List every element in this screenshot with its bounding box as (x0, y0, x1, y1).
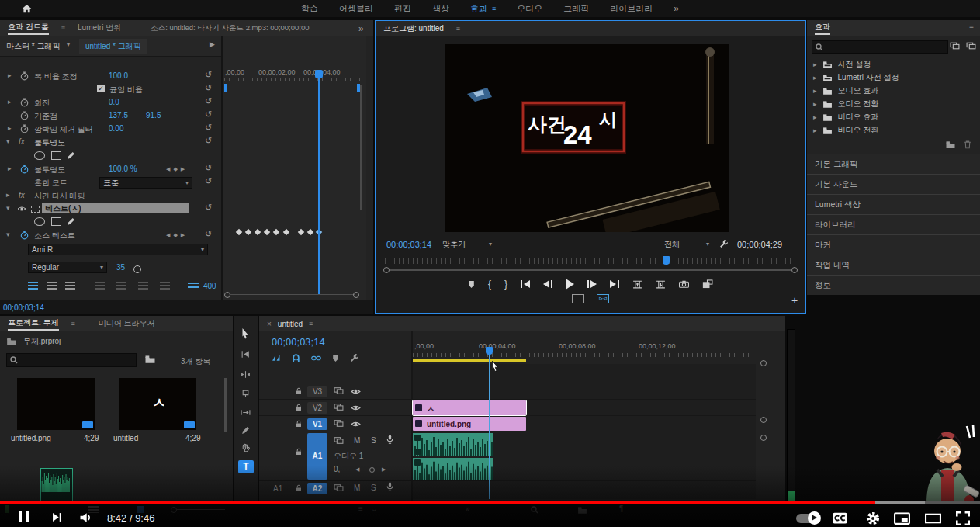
tab-overflow-icon[interactable]: » (358, 23, 364, 34)
settings-gear-button[interactable] (866, 511, 880, 525)
param-value-x[interactable]: 137.5 (109, 111, 128, 120)
tab-effects[interactable]: 효과 (815, 22, 830, 35)
add-marker-icon[interactable] (468, 280, 475, 289)
work-area-start-handle[interactable] (224, 84, 227, 92)
twirl-icon[interactable]: ▸ (6, 191, 10, 199)
mark-in-button[interactable]: { (488, 279, 491, 290)
work-area-bar[interactable] (413, 359, 526, 362)
effects-search-input[interactable] (812, 40, 948, 54)
reset-icon[interactable]: ↺ (205, 176, 212, 186)
timeline-playhead-handle[interactable] (486, 347, 493, 355)
reset-icon[interactable]: ↺ (205, 229, 212, 239)
reset-icon[interactable]: ↺ (205, 123, 212, 133)
master-clip-label[interactable]: 마스터 * 그래픽 (6, 41, 60, 52)
timeline-view-toggle-icon[interactable]: ▶ (210, 40, 215, 48)
blend-mode-dropdown[interactable]: 표준 ▾ (99, 177, 192, 189)
twirl-icon[interactable]: ▾ (6, 137, 10, 145)
selection-tool-icon[interactable] (241, 328, 249, 339)
panel-header-essential-sound[interactable]: 기본 사운드 (807, 174, 980, 194)
export-frame-icon[interactable] (679, 280, 689, 288)
twirl-icon[interactable]: ▸ (8, 98, 12, 106)
tracking-value[interactable]: 400 (203, 282, 216, 290)
clip-v2-graphic[interactable]: ㅅ (413, 400, 526, 415)
zoom-handle-left[interactable] (383, 267, 390, 273)
eye-icon[interactable] (351, 404, 361, 411)
go-to-in-button[interactable] (521, 280, 530, 288)
effect-name[interactable]: 불투명도 (34, 137, 65, 148)
param-value-y[interactable]: 91.5 (146, 111, 161, 120)
scroll-handle[interactable] (760, 417, 767, 423)
theater-mode-button[interactable] (925, 512, 941, 525)
sync-lock-icon[interactable] (334, 419, 344, 428)
keyframe-diamond[interactable] (255, 229, 261, 235)
workspace-tab-effects[interactable]: 효과 (470, 3, 487, 15)
trash-icon[interactable] (964, 140, 971, 149)
timeline-settings-wrench-icon[interactable] (350, 353, 359, 362)
program-timecode[interactable]: 00;00;03;14 (386, 240, 431, 249)
bin-row-presets[interactable]: ▸ 사전 설정 (813, 59, 871, 70)
rect-mask-icon[interactable] (51, 217, 61, 226)
reset-icon[interactable]: ↺ (205, 203, 212, 213)
pause-button[interactable] (19, 511, 29, 524)
twirl-icon[interactable]: ▸ (8, 71, 12, 79)
track-target-v1[interactable]: V1 (307, 418, 327, 430)
twirl-icon[interactable]: ▸ (813, 100, 817, 108)
solo-button[interactable]: S (371, 436, 376, 445)
comparison-view-icon[interactable] (702, 279, 713, 289)
track-name-label[interactable]: 오디오 1 (334, 451, 363, 462)
param-value[interactable]: 100.0 % (109, 165, 137, 173)
font-size-slider-track[interactable] (141, 269, 199, 269)
rect-mask-icon[interactable] (51, 151, 61, 160)
bin-row-lumetri-presets[interactable]: ▸ Lumetri 사전 설정 (813, 72, 899, 83)
mark-out-button[interactable]: } (504, 279, 507, 290)
fit-dropdown[interactable]: 맞추기 ▾ (439, 238, 495, 250)
vertical-scrollbar[interactable] (224, 378, 227, 432)
stopwatch-icon[interactable] (20, 165, 29, 174)
eye-icon[interactable] (17, 206, 26, 212)
param-value[interactable]: 0.00 (109, 124, 123, 133)
tracking-icon[interactable] (188, 283, 199, 290)
keyframe-diamond[interactable] (307, 229, 313, 235)
workspace-tab-learning[interactable]: 학습 (301, 3, 318, 15)
panel-menu-icon[interactable]: ≡ (61, 24, 65, 32)
folder-icon[interactable] (144, 355, 156, 364)
tab-source-monitor[interactable]: 소스: untitled: 타자기 사운드 2.mp3: 00;00;00;00 (151, 23, 309, 33)
autoplay-toggle[interactable] (796, 514, 819, 523)
sync-lock-icon[interactable] (334, 403, 344, 411)
subtitles-button[interactable] (832, 512, 848, 524)
safe-margins-icon[interactable] (572, 294, 584, 303)
tab-lumetri-scopes[interactable]: Lumetri 범위 (78, 23, 121, 33)
miniplayer-button[interactable] (894, 512, 910, 525)
reset-icon[interactable]: ↺ (205, 83, 212, 93)
scroll-handle[interactable] (760, 435, 767, 441)
bin-row-video-effects[interactable]: ▸ 비디오 효과 (813, 112, 878, 123)
zoom-handle-right[interactable] (791, 267, 798, 273)
linked-selection-icon[interactable] (311, 355, 321, 362)
reset-icon[interactable]: ↺ (205, 109, 212, 120)
filter-accelerated-icon[interactable] (950, 41, 960, 50)
twirl-icon[interactable]: ▸ (813, 87, 817, 95)
align-right-icon[interactable] (65, 282, 75, 290)
program-scrubber-ticks[interactable] (385, 258, 796, 264)
stopwatch-icon[interactable] (20, 71, 29, 81)
extract-icon[interactable] (656, 280, 666, 289)
add-button-icon[interactable]: + (791, 294, 798, 307)
eye-icon[interactable] (351, 388, 361, 395)
pen-mask-icon[interactable] (67, 217, 75, 226)
timeline-timecode[interactable]: 00;00;03;14 (272, 336, 325, 348)
lift-icon[interactable] (632, 280, 642, 289)
workspace-tab-assembly[interactable]: 어셈블리 (339, 3, 373, 15)
tab-media-browser[interactable]: 미디어 브라우저 (99, 318, 155, 329)
panel-header-essential-graphics[interactable]: 기본 그래픽 (807, 154, 980, 174)
close-icon[interactable]: × (267, 320, 272, 328)
param-value[interactable]: 100.0 (109, 71, 128, 80)
fullscreen-button[interactable] (956, 511, 970, 525)
reset-icon[interactable]: ↺ (205, 96, 212, 106)
project-item-thumbnail[interactable]: ㅅ (119, 378, 196, 430)
step-forward-button[interactable] (587, 280, 597, 288)
track-target-v2[interactable]: V2 (307, 402, 327, 414)
volume-icon[interactable] (79, 512, 92, 523)
font-family-dropdown[interactable]: Ami R ▾ (28, 244, 208, 255)
project-item-name[interactable]: untitled.png (11, 434, 51, 442)
step-back-button[interactable] (543, 280, 552, 288)
